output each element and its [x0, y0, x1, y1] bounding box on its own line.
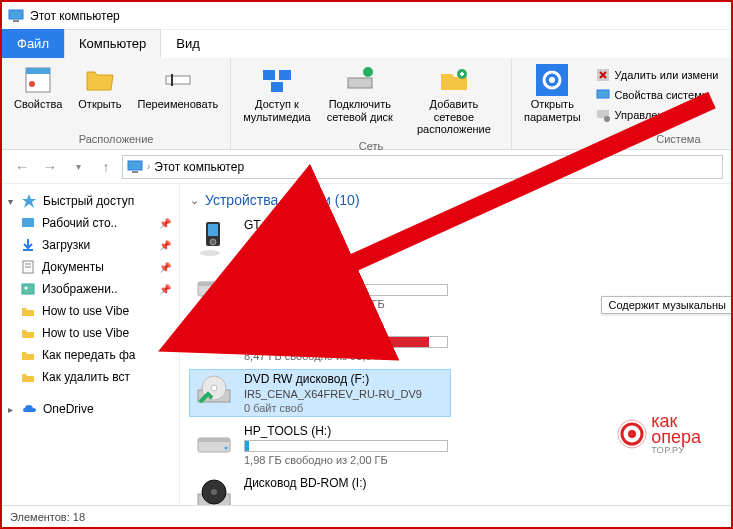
sidebar-item[interactable]: Загрузки📌 — [2, 234, 179, 256]
drive-free: 0 байт своб — [244, 402, 448, 414]
system-properties-button[interactable]: Свойства системы — [593, 86, 721, 104]
svg-point-44 — [225, 447, 228, 450]
media-access-button[interactable]: Доступ к мультимедиа — [239, 62, 315, 125]
drive-name: HP_TOOLS (H:) — [244, 424, 448, 438]
svg-point-47 — [211, 489, 217, 495]
drive-item[interactable]: HP_TOOLS (H:)1,98 ГБ свободно из 2,00 ГБ — [190, 422, 450, 468]
uninstall-button[interactable]: Удалить или измени — [593, 66, 721, 84]
folder-open-icon — [84, 64, 116, 96]
svg-rect-37 — [198, 334, 230, 338]
svg-point-19 — [604, 116, 610, 122]
svg-point-32 — [200, 250, 220, 256]
add-network-button[interactable]: Добавить сетевое расположение — [405, 62, 503, 138]
ribbon-group-network: Доступ к мультимедиа Подключить сетевой … — [231, 58, 512, 149]
svg-rect-1 — [13, 20, 19, 22]
breadcrumb-arrow-icon: › — [147, 161, 150, 172]
drive-item[interactable]: Дисковод BD-ROM (I:) — [190, 474, 450, 505]
svg-rect-20 — [128, 161, 142, 170]
pin-icon: 📌 — [159, 240, 171, 251]
address-field[interactable]: › Этот компьютер — [122, 155, 723, 179]
svg-rect-34 — [198, 282, 230, 286]
nav-back-button[interactable]: ← — [10, 155, 34, 179]
sidebar-quick-access[interactable]: ▾ Быстрый доступ — [2, 190, 179, 212]
drive-icon — [192, 476, 236, 505]
caret-down-icon: ▾ — [8, 196, 13, 207]
tab-computer[interactable]: Компьютер — [64, 29, 161, 58]
svg-rect-22 — [22, 218, 34, 227]
tooltip: Содержит музыкальны — [601, 296, 731, 314]
group-location-label: Расположение — [79, 133, 154, 145]
nav-forward-button[interactable]: → — [38, 155, 62, 179]
svg-point-4 — [29, 81, 35, 87]
manage-icon — [595, 107, 611, 123]
star-icon — [21, 193, 37, 209]
caret-right-icon: ▸ — [8, 404, 13, 415]
sidebar-item[interactable]: How to use Vibe — [2, 300, 179, 322]
nav-up-button[interactable]: ↑ — [94, 155, 118, 179]
ribbon: Свойства Открыть Переименовать Расположе… — [2, 58, 731, 150]
sidebar-item[interactable]: Рабочий сто..📌 — [2, 212, 179, 234]
sidebar-onedrive[interactable]: ▸ OneDrive — [2, 398, 179, 420]
drive-icon — [192, 268, 236, 308]
sidebar-item[interactable]: Как удалить вст — [2, 366, 179, 388]
tab-view[interactable]: Вид — [161, 29, 215, 58]
media-icon — [261, 64, 293, 96]
ribbon-group-location: Свойства Открыть Переименовать Расположе… — [2, 58, 231, 149]
drive-item[interactable]: GT-I8160 — [190, 216, 450, 260]
svg-rect-3 — [26, 68, 50, 74]
item-icon — [20, 325, 36, 341]
svg-point-38 — [225, 343, 228, 346]
address-bar: ← → ▾ ↑ › Этот компьютер — [2, 150, 731, 184]
sidebar-item-label: Загрузки — [42, 238, 90, 252]
properties-icon — [22, 64, 54, 96]
item-icon — [20, 215, 36, 231]
sidebar-item[interactable]: Как передать фа — [2, 344, 179, 366]
sidebar-item-label: How to use Vibe — [42, 304, 129, 318]
tab-file[interactable]: Файл — [2, 29, 64, 58]
item-icon — [20, 259, 36, 275]
pc-icon — [127, 159, 143, 175]
settings-icon — [536, 64, 568, 96]
ribbon-group-system: Открыть параметры Удалить или измени Сво… — [512, 58, 729, 149]
drive-item[interactable]: DVD RW дисковод (F:)IR5_CENA_X64FREV_RU-… — [190, 370, 450, 416]
manage-button[interactable]: Управление — [593, 106, 721, 124]
open-button[interactable]: Открыть — [74, 62, 125, 113]
drive-name: DVD RW дисковод (F:) — [244, 372, 448, 386]
devices-section-header[interactable]: ⌄ Устройства и диски (10) — [190, 192, 721, 208]
svg-rect-0 — [9, 10, 23, 19]
item-icon — [20, 303, 36, 319]
svg-point-31 — [210, 239, 216, 245]
svg-point-15 — [549, 77, 555, 83]
map-drive-button[interactable]: Подключить сетевой диск — [323, 62, 397, 125]
sidebar-item[interactable]: Документы📌 — [2, 256, 179, 278]
svg-point-52 — [628, 430, 636, 438]
drive-item[interactable]: ten (C:)75,4 ГБ свободно из 133 ГБ — [190, 266, 450, 312]
uninstall-icon — [595, 67, 611, 83]
drive-name: GT-I8160 — [244, 218, 448, 232]
caret-down-icon: ⌄ — [190, 194, 199, 207]
rename-icon — [162, 64, 194, 96]
sidebar-item-label: Рабочий сто.. — [42, 216, 117, 230]
svg-rect-7 — [263, 70, 275, 80]
drives-grid: GT-I8160ten (C:)75,4 ГБ свободно из 133 … — [190, 216, 721, 505]
sidebar-item[interactable]: How to use Vibe — [2, 322, 179, 344]
pin-icon: 📌 — [159, 284, 171, 295]
sidebar: ▾ Быстрый доступ Рабочий сто..📌Загрузки📌… — [2, 184, 180, 505]
watermark-icon — [617, 419, 647, 449]
svg-rect-10 — [348, 78, 372, 88]
drive-icon — [192, 424, 236, 464]
svg-point-28 — [25, 287, 28, 290]
open-settings-button[interactable]: Открыть параметры — [520, 62, 585, 125]
usage-bar — [244, 336, 448, 348]
drive-icon — [192, 320, 236, 360]
svg-rect-8 — [279, 70, 291, 80]
rename-button[interactable]: Переименовать — [134, 62, 223, 113]
group-network-label: Сеть — [359, 140, 383, 152]
drive-item[interactable]: store (E:)8,47 ГБ свободно из 95,0 ГБ — [190, 318, 450, 364]
sidebar-item[interactable]: Изображени..📌 — [2, 278, 179, 300]
explorer-body: ▾ Быстрый доступ Рабочий сто..📌Загрузки📌… — [2, 184, 731, 505]
nav-history-button[interactable]: ▾ — [66, 155, 90, 179]
svg-rect-43 — [198, 438, 230, 442]
watermark: как опера ТОР.РУ — [617, 413, 701, 455]
properties-button[interactable]: Свойства — [10, 62, 66, 113]
